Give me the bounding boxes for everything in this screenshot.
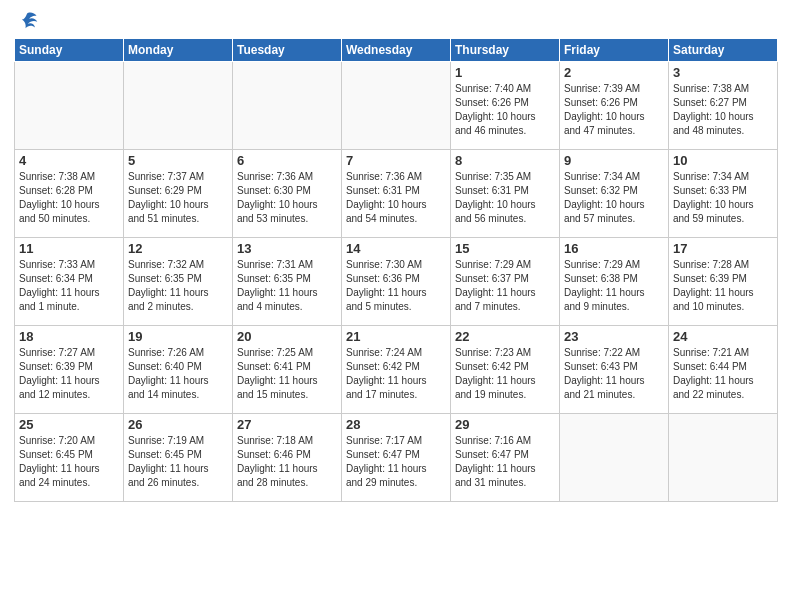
calendar-cell: 15Sunrise: 7:29 AM Sunset: 6:37 PM Dayli… [451, 238, 560, 326]
calendar-cell: 5Sunrise: 7:37 AM Sunset: 6:29 PM Daylig… [124, 150, 233, 238]
day-info: Sunrise: 7:21 AM Sunset: 6:44 PM Dayligh… [673, 346, 773, 402]
day-info: Sunrise: 7:34 AM Sunset: 6:32 PM Dayligh… [564, 170, 664, 226]
day-number: 17 [673, 241, 773, 256]
day-number: 26 [128, 417, 228, 432]
day-number: 22 [455, 329, 555, 344]
weekday-header-monday: Monday [124, 39, 233, 62]
calendar-cell: 26Sunrise: 7:19 AM Sunset: 6:45 PM Dayli… [124, 414, 233, 502]
calendar-week-1: 1Sunrise: 7:40 AM Sunset: 6:26 PM Daylig… [15, 62, 778, 150]
day-info: Sunrise: 7:37 AM Sunset: 6:29 PM Dayligh… [128, 170, 228, 226]
calendar-cell [15, 62, 124, 150]
calendar-week-2: 4Sunrise: 7:38 AM Sunset: 6:28 PM Daylig… [15, 150, 778, 238]
calendar-cell: 22Sunrise: 7:23 AM Sunset: 6:42 PM Dayli… [451, 326, 560, 414]
day-info: Sunrise: 7:17 AM Sunset: 6:47 PM Dayligh… [346, 434, 446, 490]
day-number: 19 [128, 329, 228, 344]
calendar-cell: 12Sunrise: 7:32 AM Sunset: 6:35 PM Dayli… [124, 238, 233, 326]
calendar-cell: 11Sunrise: 7:33 AM Sunset: 6:34 PM Dayli… [15, 238, 124, 326]
calendar-cell [342, 62, 451, 150]
day-info: Sunrise: 7:35 AM Sunset: 6:31 PM Dayligh… [455, 170, 555, 226]
day-number: 5 [128, 153, 228, 168]
weekday-header-wednesday: Wednesday [342, 39, 451, 62]
calendar-cell: 24Sunrise: 7:21 AM Sunset: 6:44 PM Dayli… [669, 326, 778, 414]
calendar-cell [233, 62, 342, 150]
calendar-cell: 28Sunrise: 7:17 AM Sunset: 6:47 PM Dayli… [342, 414, 451, 502]
day-info: Sunrise: 7:27 AM Sunset: 6:39 PM Dayligh… [19, 346, 119, 402]
day-info: Sunrise: 7:28 AM Sunset: 6:39 PM Dayligh… [673, 258, 773, 314]
day-info: Sunrise: 7:33 AM Sunset: 6:34 PM Dayligh… [19, 258, 119, 314]
day-info: Sunrise: 7:36 AM Sunset: 6:30 PM Dayligh… [237, 170, 337, 226]
day-number: 23 [564, 329, 664, 344]
day-info: Sunrise: 7:22 AM Sunset: 6:43 PM Dayligh… [564, 346, 664, 402]
day-info: Sunrise: 7:29 AM Sunset: 6:38 PM Dayligh… [564, 258, 664, 314]
day-number: 18 [19, 329, 119, 344]
day-number: 16 [564, 241, 664, 256]
weekday-header-row: SundayMondayTuesdayWednesdayThursdayFrid… [15, 39, 778, 62]
calendar-cell: 2Sunrise: 7:39 AM Sunset: 6:26 PM Daylig… [560, 62, 669, 150]
day-info: Sunrise: 7:30 AM Sunset: 6:36 PM Dayligh… [346, 258, 446, 314]
calendar-cell: 29Sunrise: 7:16 AM Sunset: 6:47 PM Dayli… [451, 414, 560, 502]
day-number: 3 [673, 65, 773, 80]
day-number: 4 [19, 153, 119, 168]
calendar-table: SundayMondayTuesdayWednesdayThursdayFrid… [14, 38, 778, 502]
day-info: Sunrise: 7:38 AM Sunset: 6:27 PM Dayligh… [673, 82, 773, 138]
weekday-header-saturday: Saturday [669, 39, 778, 62]
day-number: 14 [346, 241, 446, 256]
calendar-week-3: 11Sunrise: 7:33 AM Sunset: 6:34 PM Dayli… [15, 238, 778, 326]
calendar-cell: 4Sunrise: 7:38 AM Sunset: 6:28 PM Daylig… [15, 150, 124, 238]
day-info: Sunrise: 7:25 AM Sunset: 6:41 PM Dayligh… [237, 346, 337, 402]
day-number: 15 [455, 241, 555, 256]
day-info: Sunrise: 7:23 AM Sunset: 6:42 PM Dayligh… [455, 346, 555, 402]
calendar-cell: 10Sunrise: 7:34 AM Sunset: 6:33 PM Dayli… [669, 150, 778, 238]
day-number: 7 [346, 153, 446, 168]
day-number: 24 [673, 329, 773, 344]
day-info: Sunrise: 7:34 AM Sunset: 6:33 PM Dayligh… [673, 170, 773, 226]
day-number: 11 [19, 241, 119, 256]
day-info: Sunrise: 7:31 AM Sunset: 6:35 PM Dayligh… [237, 258, 337, 314]
day-number: 8 [455, 153, 555, 168]
day-info: Sunrise: 7:16 AM Sunset: 6:47 PM Dayligh… [455, 434, 555, 490]
calendar-cell [669, 414, 778, 502]
calendar-week-4: 18Sunrise: 7:27 AM Sunset: 6:39 PM Dayli… [15, 326, 778, 414]
logo-bird-icon [16, 10, 38, 32]
day-number: 28 [346, 417, 446, 432]
main-container: SundayMondayTuesdayWednesdayThursdayFrid… [0, 0, 792, 612]
calendar-cell: 25Sunrise: 7:20 AM Sunset: 6:45 PM Dayli… [15, 414, 124, 502]
calendar-cell: 1Sunrise: 7:40 AM Sunset: 6:26 PM Daylig… [451, 62, 560, 150]
day-number: 12 [128, 241, 228, 256]
day-info: Sunrise: 7:20 AM Sunset: 6:45 PM Dayligh… [19, 434, 119, 490]
calendar-week-5: 25Sunrise: 7:20 AM Sunset: 6:45 PM Dayli… [15, 414, 778, 502]
day-number: 9 [564, 153, 664, 168]
logo [14, 10, 38, 32]
day-info: Sunrise: 7:26 AM Sunset: 6:40 PM Dayligh… [128, 346, 228, 402]
calendar-cell: 23Sunrise: 7:22 AM Sunset: 6:43 PM Dayli… [560, 326, 669, 414]
day-info: Sunrise: 7:19 AM Sunset: 6:45 PM Dayligh… [128, 434, 228, 490]
day-info: Sunrise: 7:32 AM Sunset: 6:35 PM Dayligh… [128, 258, 228, 314]
day-number: 6 [237, 153, 337, 168]
calendar-cell: 6Sunrise: 7:36 AM Sunset: 6:30 PM Daylig… [233, 150, 342, 238]
day-info: Sunrise: 7:24 AM Sunset: 6:42 PM Dayligh… [346, 346, 446, 402]
day-number: 27 [237, 417, 337, 432]
day-info: Sunrise: 7:18 AM Sunset: 6:46 PM Dayligh… [237, 434, 337, 490]
calendar-cell: 9Sunrise: 7:34 AM Sunset: 6:32 PM Daylig… [560, 150, 669, 238]
day-number: 2 [564, 65, 664, 80]
day-info: Sunrise: 7:36 AM Sunset: 6:31 PM Dayligh… [346, 170, 446, 226]
weekday-header-thursday: Thursday [451, 39, 560, 62]
day-number: 13 [237, 241, 337, 256]
weekday-header-friday: Friday [560, 39, 669, 62]
calendar-cell: 17Sunrise: 7:28 AM Sunset: 6:39 PM Dayli… [669, 238, 778, 326]
day-number: 21 [346, 329, 446, 344]
day-number: 29 [455, 417, 555, 432]
day-info: Sunrise: 7:39 AM Sunset: 6:26 PM Dayligh… [564, 82, 664, 138]
calendar-cell: 19Sunrise: 7:26 AM Sunset: 6:40 PM Dayli… [124, 326, 233, 414]
day-info: Sunrise: 7:29 AM Sunset: 6:37 PM Dayligh… [455, 258, 555, 314]
calendar-cell [560, 414, 669, 502]
weekday-header-tuesday: Tuesday [233, 39, 342, 62]
calendar-cell: 7Sunrise: 7:36 AM Sunset: 6:31 PM Daylig… [342, 150, 451, 238]
calendar-cell: 27Sunrise: 7:18 AM Sunset: 6:46 PM Dayli… [233, 414, 342, 502]
calendar-cell: 13Sunrise: 7:31 AM Sunset: 6:35 PM Dayli… [233, 238, 342, 326]
calendar-cell: 21Sunrise: 7:24 AM Sunset: 6:42 PM Dayli… [342, 326, 451, 414]
calendar-cell: 18Sunrise: 7:27 AM Sunset: 6:39 PM Dayli… [15, 326, 124, 414]
calendar-cell: 8Sunrise: 7:35 AM Sunset: 6:31 PM Daylig… [451, 150, 560, 238]
day-number: 10 [673, 153, 773, 168]
calendar-cell: 14Sunrise: 7:30 AM Sunset: 6:36 PM Dayli… [342, 238, 451, 326]
